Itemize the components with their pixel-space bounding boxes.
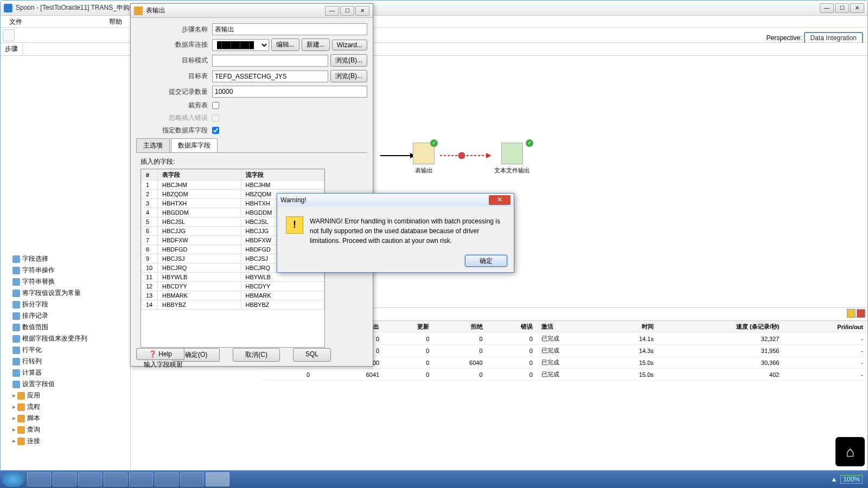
- dialog-titlebar[interactable]: 表输出 — ☐ ✕: [131, 4, 373, 18]
- new-connection-button[interactable]: 新建...: [302, 38, 330, 51]
- warning-ok-button[interactable]: 确定: [465, 255, 507, 267]
- taskbar-item[interactable]: [155, 472, 178, 486]
- wizard-button[interactable]: Wizard...: [332, 40, 367, 50]
- taskbar-item[interactable]: [53, 472, 76, 486]
- tree-item[interactable]: 字符串操作: [4, 265, 127, 276]
- dialog-icon: [134, 7, 143, 15]
- warning-titlebar[interactable]: Warning! ✕: [277, 194, 514, 207]
- system-tray[interactable]: ▲ 100%: [831, 475, 866, 484]
- taskbar-item[interactable]: [104, 472, 127, 486]
- target-schema-input[interactable]: [212, 55, 328, 67]
- toolbar-new-icon[interactable]: [3, 29, 15, 41]
- close-button[interactable]: ✕: [850, 3, 864, 13]
- tree-folder[interactable]: 应用: [4, 390, 127, 401]
- step-tree[interactable]: 字段选择字符串操作字符串替换将字段值设置为常量拆分字段排序记录数值范围根据字段值…: [1, 56, 130, 470]
- dialog-maximize-button[interactable]: ☐: [340, 6, 354, 16]
- step-name-input[interactable]: [212, 23, 367, 35]
- help-button[interactable]: ❓ Help: [136, 348, 184, 360]
- tree-item[interactable]: 数值范围: [4, 322, 127, 333]
- target-table-input[interactable]: [212, 70, 328, 82]
- tree-item[interactable]: 行平化: [4, 344, 127, 356]
- tab-db-fields[interactable]: 数据库字段: [171, 138, 218, 152]
- commit-size-input[interactable]: [212, 86, 367, 98]
- browse-schema-button[interactable]: 浏览(B)...: [330, 54, 367, 67]
- tree-item[interactable]: 排序记录: [4, 310, 127, 322]
- taskbar-item[interactable]: [78, 472, 102, 486]
- connection-select[interactable]: ████████: [212, 39, 269, 51]
- truncate-checkbox[interactable]: [212, 102, 219, 109]
- tree-folder[interactable]: 脚本: [4, 413, 127, 424]
- tree-folder[interactable]: 查询: [4, 424, 127, 435]
- start-button[interactable]: [2, 472, 24, 487]
- tree-item[interactable]: 行转列: [4, 356, 127, 367]
- tree-item[interactable]: 根据字段值来改变序列: [4, 333, 127, 344]
- check-icon: ✓: [526, 139, 533, 147]
- warning-text: WARNING! Error handling in combination w…: [310, 216, 505, 246]
- svg-point-3: [458, 152, 465, 159]
- taskbar-item[interactable]: [129, 472, 153, 486]
- tree-item[interactable]: 设置字段值: [4, 378, 127, 390]
- tab-main[interactable]: 主选项: [136, 138, 170, 152]
- menu-help[interactable]: 帮助: [104, 16, 127, 27]
- perspective-data-integration[interactable]: Data Integration: [804, 32, 863, 44]
- tree-folder[interactable]: 连接: [4, 435, 127, 447]
- browse-table-button[interactable]: 浏览(B)...: [330, 70, 367, 82]
- edit-connection-button[interactable]: 编辑...: [271, 38, 299, 51]
- step-table-output[interactable]: ✓ 表输出: [413, 143, 435, 175]
- minimize-button[interactable]: —: [820, 3, 834, 13]
- table-row[interactable]: 1HBCJHMHBCJHM: [142, 181, 324, 190]
- warning-icon: [286, 216, 303, 234]
- step-text-file-output[interactable]: ✓ 文本文件输出: [494, 143, 530, 175]
- dialog-minimize-button[interactable]: —: [325, 6, 339, 16]
- taskbar: ▲ 100%: [0, 471, 868, 488]
- tree-folder[interactable]: 流程: [4, 401, 127, 413]
- tree-item[interactable]: 字段选择: [4, 253, 127, 265]
- tree-item[interactable]: 将字段值设置为常量: [4, 287, 127, 299]
- perspective-switcher: Perspective: Data Integration: [767, 32, 863, 44]
- table-row[interactable]: 13HBMARKHBMARK: [142, 291, 324, 300]
- left-panel: 步骤 字段选择字符串操作字符串替换将字段值设置为常量拆分字段排序记录数值范围根据…: [1, 43, 131, 470]
- check-icon: ✓: [430, 139, 438, 147]
- cancel-button[interactable]: 取消(C): [233, 348, 280, 362]
- sql-button[interactable]: SQL: [293, 348, 331, 362]
- insert-fields-label: 插入的字段:: [141, 157, 363, 166]
- tree-item[interactable]: 计算器: [4, 367, 127, 378]
- spoon-icon: [4, 4, 12, 12]
- tree-item[interactable]: 拆分字段: [4, 299, 127, 310]
- table-row[interactable]: 12HBCDYYHBCDYY: [142, 282, 324, 291]
- table-row[interactable]: 14HBBYBZHBBYBZ: [142, 300, 324, 310]
- specify-fields-checkbox[interactable]: [212, 127, 219, 134]
- taskbar-item[interactable]: [27, 472, 51, 486]
- steps-tab[interactable]: 步骤: [1, 43, 23, 55]
- panel-minimize-icon[interactable]: [847, 309, 856, 318]
- ignore-errors-checkbox: [212, 114, 219, 121]
- dialog-close-button[interactable]: ✕: [355, 6, 369, 16]
- table-row[interactable]: 11HBYWLBHBYWLB: [142, 273, 324, 282]
- tree-item[interactable]: 字符串替换: [4, 276, 127, 287]
- panel-close-icon[interactable]: [857, 309, 865, 318]
- svg-marker-4: [486, 153, 492, 158]
- taskbar-item[interactable]: [180, 472, 204, 486]
- taskbar-item-spoon[interactable]: [206, 472, 229, 486]
- table-output-dialog: 表输出 — ☐ ✕ 步骤名称 数据库连接 ████████ 编辑... 新建..…: [130, 3, 373, 367]
- overlay-badge-icon: ⌂: [835, 437, 865, 466]
- menu-file[interactable]: 文件: [4, 16, 28, 27]
- maximize-button[interactable]: ☐: [835, 3, 849, 13]
- warning-dialog: Warning! ✕ WARNING! Error handling in co…: [277, 193, 514, 273]
- warning-close-button[interactable]: ✕: [489, 195, 510, 205]
